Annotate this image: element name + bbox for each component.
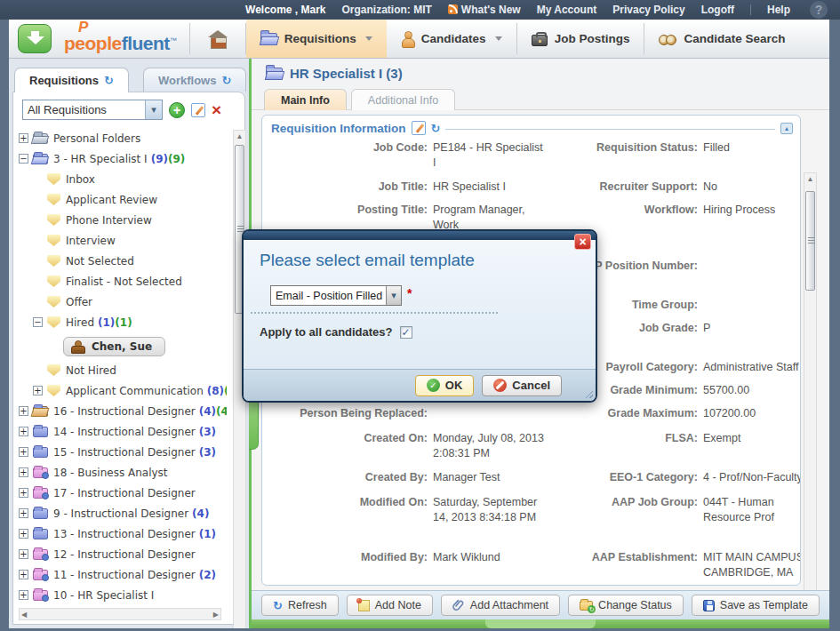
refresh-icon[interactable]: ↻ <box>104 74 114 87</box>
refresh-icon[interactable]: ↻ <box>431 122 441 135</box>
expander-icon[interactable]: − <box>33 317 43 327</box>
tab-additional-info[interactable]: Additional Info <box>351 89 455 110</box>
apply-all-checkbox[interactable] <box>400 326 412 339</box>
person-icon <box>70 340 85 353</box>
logoff-link[interactable]: Logoff <box>701 4 734 16</box>
scroll-up-arrow[interactable]: ▲ <box>804 173 816 186</box>
expander-icon[interactable]: + <box>19 590 28 600</box>
cancel-button[interactable]: Cancel <box>482 375 562 396</box>
expander-icon[interactable]: + <box>19 406 28 416</box>
field-value <box>433 406 547 431</box>
sidebar: Requisitions ↻ Workflows ↻ All Requisiti… <box>9 59 249 628</box>
collapse-panel-handle[interactable] <box>485 619 596 628</box>
field-value: 4 - Prof/Non-Faculty <box>703 470 801 495</box>
step-icon <box>47 214 60 226</box>
close-icon[interactable] <box>574 234 591 250</box>
tree-item[interactable]: +Inbox <box>13 169 227 189</box>
tree-item[interactable]: −3 - HR Specialist I (9)(9) <box>13 148 227 169</box>
add-note-button[interactable]: Add Note <box>347 595 433 616</box>
action-toolbar: Refresh Add Note Add Attachment Change S… <box>252 590 829 619</box>
tree-item[interactable]: +15 - Instructional Designer (3) <box>13 442 227 462</box>
delete-icon[interactable] <box>212 103 221 117</box>
sidebar-horizontal-scrollbar[interactable]: ◀ ▶ <box>19 608 221 620</box>
tree-item[interactable]: +9 - Instructional Designer (4) <box>13 503 227 523</box>
section-divider <box>445 129 775 130</box>
refresh-icon[interactable]: ↻ <box>221 74 231 87</box>
tree-item[interactable]: +12 - Instructional Designer <box>13 544 227 564</box>
peoplefluent-logo-icon[interactable] <box>18 24 52 53</box>
tree-item[interactable]: +16 - Instructional Designer (4)(4) <box>13 401 227 421</box>
add-attachment-button[interactable]: Add Attachment <box>441 595 560 616</box>
refresh-button[interactable]: Refresh <box>261 595 339 616</box>
person-icon <box>401 31 414 47</box>
nav-home-button[interactable] <box>190 20 245 58</box>
expander-icon[interactable]: + <box>19 529 28 539</box>
tree-item[interactable]: +14 - Instructional Designer (3) <box>13 421 227 442</box>
expander-icon[interactable]: + <box>19 488 28 498</box>
tree-item[interactable]: +11 - Instructional Designer (2) <box>13 564 227 585</box>
step-icon <box>47 316 60 328</box>
scroll-right-arrow[interactable]: ▶ <box>213 609 219 620</box>
email-template-select[interactable]: Email - Position Filled <box>270 285 402 306</box>
expander-icon[interactable]: + <box>19 549 28 559</box>
section-header: Requisition Information ↻ <box>262 116 800 135</box>
tab-workflows[interactable]: Workflows ↻ <box>143 68 246 92</box>
ok-button[interactable]: OK <box>415 375 475 396</box>
tree-item-selected[interactable]: Chen, Sue <box>63 337 165 356</box>
privacy-policy-link[interactable]: Privacy Policy <box>612 4 684 16</box>
tree-item[interactable]: +18 - Business Analyst <box>13 462 227 483</box>
nav-tab-job-postings[interactable]: Job Postings <box>517 20 644 58</box>
nav-tab-requisitions[interactable]: Requisitions <box>246 20 387 58</box>
tab-requisitions[interactable]: Requisitions ↻ <box>14 68 129 92</box>
edit-icon[interactable] <box>412 121 426 135</box>
expander-icon[interactable]: + <box>19 447 28 457</box>
nav-tab-candidates[interactable]: Candidates <box>387 20 516 58</box>
edit-icon[interactable] <box>191 103 205 117</box>
tree-item[interactable]: +Finalist - Not Selected <box>13 271 227 292</box>
expander-icon[interactable]: + <box>33 386 43 395</box>
tree-item[interactable]: +17 - Instructional Designer <box>13 483 227 503</box>
nav-tab-candidate-search[interactable]: Candidate Search <box>644 20 799 58</box>
dialog-title-bar[interactable] <box>244 231 596 240</box>
step-icon <box>47 385 60 396</box>
tree-item[interactable]: +Not Hired <box>13 360 227 380</box>
collapse-section-icon[interactable] <box>780 123 793 134</box>
whats-new-link[interactable]: What's New <box>448 4 521 16</box>
main-vertical-scrollbar[interactable]: ▲ ▼ <box>804 172 817 628</box>
tree-item[interactable]: +Personal Folders <box>13 128 227 148</box>
tab-main-info[interactable]: Main Info <box>264 89 347 110</box>
expander-icon[interactable]: + <box>19 570 28 579</box>
tree-item[interactable]: +Not Selected <box>13 251 227 271</box>
resize-handle-icon[interactable] <box>583 388 593 398</box>
expander-icon[interactable]: + <box>19 467 28 477</box>
tree-item[interactable]: +Applicant Review <box>13 189 227 210</box>
expander-icon[interactable]: − <box>19 154 28 164</box>
scrollbar-thumb[interactable] <box>805 191 815 291</box>
add-folder-icon[interactable] <box>169 102 185 118</box>
change-status-button[interactable]: Change Status <box>568 595 684 616</box>
tree-item[interactable]: +Interview <box>13 230 227 251</box>
folder-icon <box>33 427 48 437</box>
chevron-down-icon[interactable] <box>145 100 162 119</box>
tree-item[interactable]: −Hired (1)(1) <box>13 312 227 332</box>
tree-item[interactable]: +Applicant Communication (8)(8) <box>13 380 227 401</box>
expander-icon[interactable]: + <box>19 133 28 143</box>
tree-item[interactable]: +13 - Instructional Designer (1) <box>13 523 227 544</box>
help-link[interactable]: Help <box>767 4 790 16</box>
tree-item[interactable]: Chen, Sue <box>13 332 227 360</box>
expander-icon[interactable]: + <box>19 508 28 518</box>
folder-icon <box>266 68 283 80</box>
tree-item[interactable]: +Phone Interview <box>13 210 227 230</box>
help-question-icon[interactable] <box>810 1 828 19</box>
save-as-template-button[interactable]: Save as Template <box>692 595 820 616</box>
scroll-left-arrow[interactable]: ◀ <box>21 609 27 620</box>
step-icon <box>47 173 60 185</box>
tree-item[interactable]: +Offer <box>13 292 227 312</box>
requisition-filter-select[interactable]: All Requisitions <box>22 100 163 120</box>
chevron-down-icon[interactable] <box>386 286 401 305</box>
expander-icon[interactable]: + <box>19 427 28 436</box>
scroll-up-arrow[interactable]: ▲ <box>234 131 245 143</box>
my-account-link[interactable]: My Account <box>537 4 597 16</box>
tree-item[interactable]: +10 - HR Specialist I <box>13 585 227 605</box>
field-label: Job Code: <box>271 140 428 180</box>
